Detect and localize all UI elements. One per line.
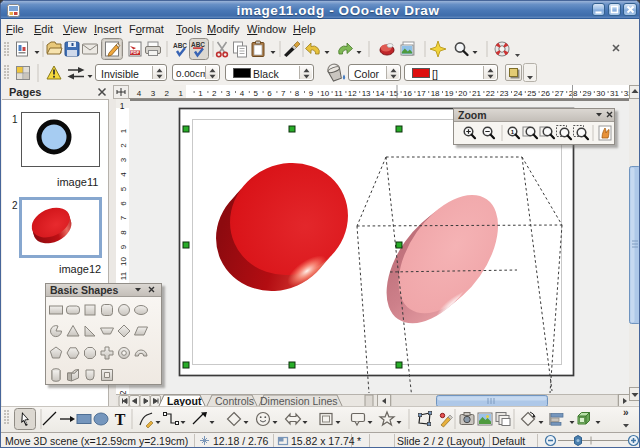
- svg-text:18: 18: [431, 89, 440, 98]
- svg-text:14: 14: [375, 89, 384, 98]
- svg-text:10: 10: [119, 257, 128, 266]
- svg-text:12: 12: [348, 89, 357, 98]
- svg-text:4: 4: [137, 89, 142, 98]
- svg-text:4: 4: [119, 172, 128, 177]
- svg-text:9: 9: [309, 89, 314, 98]
- svg-text:20: 20: [458, 89, 467, 98]
- svg-text:»: »: [623, 407, 629, 418]
- svg-text:1: 1: [178, 89, 183, 98]
- svg-text:9: 9: [119, 244, 128, 249]
- svg-text:22: 22: [486, 89, 495, 98]
- svg-text:30: 30: [596, 89, 605, 98]
- svg-text:2: 2: [165, 89, 170, 98]
- svg-text:26: 26: [541, 89, 550, 98]
- svg-text:4: 4: [240, 89, 245, 98]
- svg-text:19: 19: [444, 89, 453, 98]
- svg-text:10: 10: [320, 89, 329, 98]
- svg-text:7: 7: [119, 215, 128, 220]
- svg-text:2: 2: [119, 143, 128, 148]
- svg-text:21: 21: [472, 89, 481, 98]
- svg-text:8: 8: [295, 89, 300, 98]
- svg-text:28: 28: [569, 89, 578, 98]
- svg-text:ABC: ABC: [173, 42, 187, 49]
- svg-text:8: 8: [119, 230, 128, 235]
- svg-text:25: 25: [527, 89, 536, 98]
- svg-text:3: 3: [119, 157, 128, 162]
- svg-text:23: 23: [500, 89, 509, 98]
- svg-text:PDF: PDF: [131, 50, 140, 55]
- svg-text:31: 31: [610, 89, 619, 98]
- svg-text:17: 17: [417, 89, 426, 98]
- svg-text:6: 6: [267, 89, 272, 98]
- svg-text:T: T: [115, 411, 126, 428]
- svg-text:29: 29: [582, 89, 591, 98]
- svg-text:5: 5: [119, 186, 128, 191]
- svg-text:16: 16: [403, 89, 412, 98]
- svg-text:11: 11: [119, 271, 128, 280]
- svg-text:3: 3: [151, 89, 156, 98]
- svg-text:ABC: ABC: [191, 41, 205, 48]
- svg-text:7: 7: [281, 89, 286, 98]
- svg-text:2: 2: [212, 89, 217, 98]
- svg-text:24: 24: [513, 89, 522, 98]
- svg-text:13: 13: [362, 89, 371, 98]
- svg-text:1: 1: [198, 89, 203, 98]
- svg-text:3: 3: [226, 89, 231, 98]
- svg-text:27: 27: [555, 89, 564, 98]
- svg-text:5: 5: [253, 89, 258, 98]
- svg-text:1: 1: [119, 128, 128, 133]
- svg-text:11: 11: [334, 89, 343, 98]
- svg-text:1: 1: [120, 101, 125, 111]
- svg-text:6: 6: [119, 201, 128, 206]
